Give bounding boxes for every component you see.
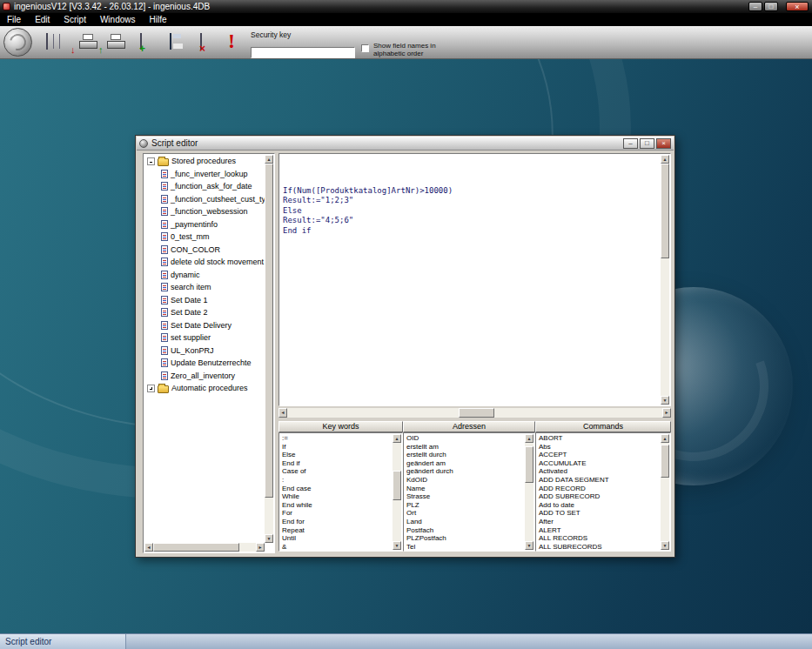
tree-item[interactable]: delete old stock movement [144,256,265,269]
code-vertical-scrollbar[interactable] [661,155,669,405]
security-key-input[interactable] [251,47,355,58]
fields-scrollbar[interactable] [525,434,534,550]
scroll-down-button[interactable] [265,534,273,543]
list-item[interactable]: Repeat [280,526,393,535]
list-item[interactable]: KdOID [405,476,525,485]
taskbar-item-script-editor[interactable]: Script editor [0,634,126,649]
tree-root-stored-procedures[interactable]: Stored procedures [144,155,265,168]
list-item[interactable]: Add to date [537,501,661,510]
list-item[interactable]: Abs [537,443,661,452]
tree-item[interactable]: 0_test_mm [144,231,265,244]
tree-item[interactable]: Set Date 1 [144,294,265,307]
scroll-thumb[interactable] [525,446,534,483]
list-item[interactable]: erstellt durch [405,451,525,459]
list-item[interactable]: ADD SUBRECORD [537,492,661,501]
list-item[interactable]: geändert am [405,459,525,468]
commands-scrollbar[interactable] [661,434,669,550]
list-item[interactable]: ADD DATA SEGMENT [537,476,661,485]
list-item[interactable]: For [280,509,393,518]
maximize-button[interactable] [764,2,778,11]
scroll-thumb[interactable] [459,408,494,418]
list-item[interactable]: Name [405,485,525,493]
scroll-right-button[interactable] [256,543,265,552]
script-editor-minimize-button[interactable] [623,138,638,149]
delete-record-icon[interactable] [200,33,202,50]
list-item[interactable]: Strasse [405,492,525,501]
list-item[interactable]: OID [405,434,525,443]
scroll-down-button[interactable] [525,541,534,550]
list-item[interactable]: Activated [537,467,661,476]
tree-item[interactable]: CON_COLOR [144,244,265,257]
scroll-left-button[interactable] [144,543,153,552]
list-item[interactable]: Until [280,534,393,543]
list-item[interactable]: Case of [280,467,393,476]
list-item[interactable]: Ort [405,509,525,518]
list-item[interactable]: := [280,434,393,443]
scroll-left-button[interactable] [278,408,287,418]
script-editor-titlebar[interactable]: Script editor [137,137,674,151]
scroll-down-button[interactable] [393,541,401,550]
scroll-down-button[interactable] [661,396,669,405]
tree-horizontal-scrollbar[interactable] [144,543,265,552]
scroll-up-button[interactable] [525,434,534,443]
scroll-down-button[interactable] [661,541,669,550]
fields-header[interactable]: Adressen [403,421,535,432]
list-item[interactable]: ALL RECORDS [537,534,661,543]
list-item[interactable]: Postfach [405,526,525,535]
tree-item[interactable]: Zero_all_inventory [144,370,265,383]
new-record-icon[interactable] [140,33,142,50]
tree-item[interactable]: _function_cutsheet_cust_typ [144,193,265,206]
list-item[interactable]: While [280,492,393,501]
tree-item[interactable]: _paymentinfo [144,218,265,231]
scroll-up-button[interactable] [393,434,401,443]
scroll-right-button[interactable] [662,408,671,418]
scroll-thumb[interactable] [661,164,669,258]
scroll-thumb[interactable] [393,471,401,500]
menu-item[interactable]: Script [57,13,93,26]
list-item[interactable]: ALL SUBRECORDS [537,543,661,550]
menu-item[interactable]: Hilfe [143,13,174,26]
collapse-icon[interactable] [147,157,155,165]
scroll-up-button[interactable] [265,155,273,164]
list-item[interactable]: If [280,443,393,452]
tree-item[interactable]: set supplier [144,331,265,345]
list-item[interactable]: End for [280,518,393,526]
keywords-scrollbar[interactable] [393,434,401,550]
list-item[interactable]: End if [280,459,393,468]
list-item[interactable]: End case [280,485,393,493]
scroll-thumb[interactable] [265,164,273,498]
alphabetic-order-checkbox[interactable] [361,44,369,52]
list-item[interactable]: After [537,518,661,526]
list-item[interactable]: : [280,476,393,485]
scroll-up-button[interactable] [661,155,669,164]
tree-item[interactable]: _function_ask_for_date [144,180,265,193]
close-button[interactable] [786,2,809,11]
list-item[interactable]: End while [280,501,393,510]
list-item[interactable]: ADD RECORD [537,485,661,493]
list-item[interactable]: Else [280,451,393,459]
tree-root-automatic-procedures[interactable]: Automatic procedures [144,382,265,395]
list-item[interactable]: PLZPostfach [405,534,525,543]
tree-item[interactable]: Set Date 2 [144,306,265,319]
minimize-button[interactable] [748,2,762,11]
menu-item[interactable]: Edit [28,13,57,26]
list-item[interactable]: ADD TO SET [537,509,661,518]
list-item[interactable]: geändert durch [405,467,525,476]
code-horizontal-scrollbar[interactable] [278,408,671,418]
expand-icon[interactable] [147,385,155,392]
execute-icon[interactable] [228,30,237,51]
commands-header[interactable]: Commands [535,421,671,432]
save-icon[interactable] [170,33,171,50]
list-item[interactable]: Land [405,518,525,526]
tree-item[interactable]: dynamic [144,269,265,282]
list-item[interactable]: & [280,543,393,550]
table-design-icon[interactable] [46,33,48,50]
script-editor-close-button[interactable] [656,138,671,149]
list-item[interactable]: erstellt am [405,443,525,452]
tree-item[interactable]: Update Benutzerrechte [144,357,265,370]
tree-item[interactable]: UL_KonPRJ [144,345,265,358]
tree-item[interactable]: _function_websession [144,205,265,218]
code-text[interactable]: If(Num([Produktkatalog]ArtNr)>10000)Resu… [283,156,658,404]
list-item[interactable]: PLZ [405,501,525,510]
script-editor-maximize-button[interactable] [640,138,654,149]
